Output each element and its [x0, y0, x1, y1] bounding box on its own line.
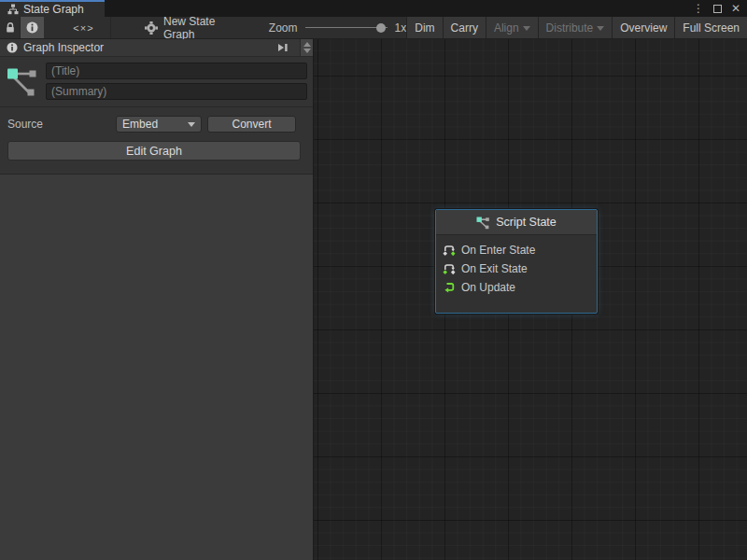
- lock-button[interactable]: [0, 17, 21, 38]
- maximize-icon[interactable]: [710, 1, 725, 16]
- zoom-control: Zoom 1x: [269, 17, 406, 38]
- window-controls: ⋮ ✕: [691, 0, 747, 17]
- inspector-title: Graph Inspector: [23, 41, 104, 54]
- graph-title-input[interactable]: [46, 63, 307, 79]
- source-label: Source: [7, 118, 43, 131]
- zoom-slider-track: [305, 27, 388, 28]
- node-event-label: On Update: [461, 281, 515, 294]
- code-preview-button[interactable]: <×>: [57, 17, 111, 38]
- full-screen-button[interactable]: Full Screen: [674, 17, 747, 38]
- edit-graph-button[interactable]: Edit Graph: [7, 141, 301, 161]
- info-icon: [7, 42, 18, 53]
- zoom-slider[interactable]: [305, 23, 388, 33]
- close-icon[interactable]: ✕: [728, 1, 743, 16]
- node-title: Script State: [496, 216, 557, 229]
- inspector-empty-area: [0, 174, 313, 560]
- dock-right-icon: [277, 42, 289, 53]
- chevron-down-icon: [188, 122, 195, 127]
- node-event-row[interactable]: On Update: [443, 278, 597, 297]
- carry-button[interactable]: Carry: [443, 17, 486, 38]
- script-state-node-header[interactable]: Script State: [436, 210, 597, 235]
- align-button[interactable]: Align: [486, 17, 538, 38]
- inspector-toggle-button[interactable]: [21, 17, 44, 38]
- graph-summary-input[interactable]: [46, 83, 307, 100]
- state-graph-tab-icon: [7, 4, 19, 15]
- dim-button[interactable]: Dim: [406, 17, 442, 38]
- node-event-label: On Exit State: [461, 262, 528, 275]
- node-event-label: On Enter State: [461, 244, 535, 257]
- breadcrumb[interactable]: New State Graph: [135, 17, 247, 38]
- source-dropdown-value: Embed: [122, 118, 158, 131]
- state-graph-window: State Graph ⋮ ✕: [0, 0, 747, 560]
- tab-state-graph[interactable]: State Graph: [0, 0, 105, 17]
- panel-scroll-spinner[interactable]: [300, 39, 313, 56]
- source-row: Source Embed Convert: [0, 107, 313, 133]
- window-menu-icon[interactable]: ⋮: [691, 1, 706, 16]
- tab-label: State Graph: [23, 3, 84, 16]
- distribute-button[interactable]: Distribute: [538, 17, 613, 38]
- toolbar-actions: Dim Carry Align Distribute Overview Full…: [406, 17, 747, 38]
- zoom-value: 1x: [395, 21, 407, 35]
- chevron-down-icon: [523, 26, 530, 31]
- script-state-node[interactable]: Script State On Enter State: [435, 209, 598, 314]
- lock-icon: [5, 21, 16, 34]
- node-event-row[interactable]: On Enter State: [443, 241, 597, 259]
- source-dropdown[interactable]: Embed: [116, 116, 202, 133]
- scroll-down-icon: [303, 49, 311, 53]
- dock-panel-button[interactable]: [272, 39, 294, 56]
- state-graph-icon: [5, 63, 42, 100]
- breadcrumb-label: New State Graph: [163, 15, 237, 41]
- zoom-slider-handle[interactable]: [376, 23, 386, 33]
- overview-button[interactable]: Overview: [612, 17, 674, 38]
- node-event-row[interactable]: On Exit State: [443, 259, 597, 278]
- scroll-up-icon: [303, 42, 311, 47]
- exit-state-icon: [443, 262, 456, 275]
- zoom-label: Zoom: [269, 21, 298, 35]
- info-icon: [26, 21, 38, 34]
- titlebar: State Graph ⋮ ✕: [0, 0, 747, 17]
- chevron-down-icon: [597, 26, 604, 31]
- enter-state-icon: [443, 244, 456, 257]
- script-state-node-body: On Enter State On Exit State: [436, 235, 597, 297]
- graph-breadcrumb-icon: [145, 21, 158, 35]
- update-icon: [443, 281, 456, 294]
- convert-button[interactable]: Convert: [207, 116, 296, 133]
- state-node-icon: [476, 216, 490, 230]
- graph-canvas[interactable]: Script State On Enter State: [314, 39, 747, 560]
- main-area: Graph Inspector: [0, 39, 747, 560]
- graph-toolbar: <×> New State Graph Zoom 1x: [0, 17, 747, 39]
- meta-fields: [46, 63, 307, 100]
- graph-inspector-header: Graph Inspector: [0, 39, 313, 57]
- spacer: [0, 161, 313, 174]
- graph-inspector-panel: Graph Inspector: [0, 39, 314, 560]
- graph-meta-block: [0, 57, 313, 106]
